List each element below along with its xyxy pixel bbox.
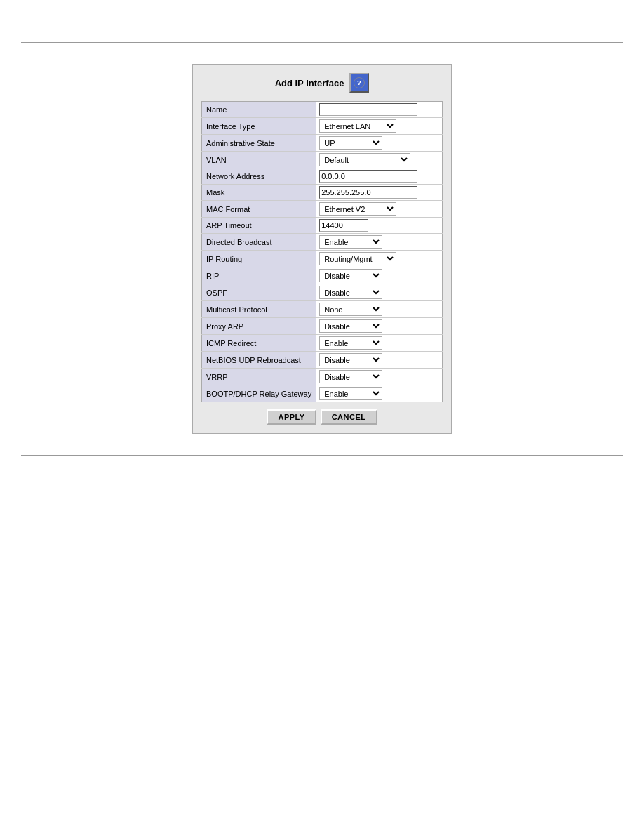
input-mask[interactable] [319, 186, 417, 199]
svg-text:?: ? [357, 79, 361, 86]
label-admin-state: Administrative State [202, 135, 316, 152]
input-network-address[interactable] [319, 170, 417, 183]
field-vlan: VLAN Default VLAN1 VLAN2 [202, 152, 443, 168]
select-ip-routing[interactable]: Routing/Mgmt Routing Mgmt [319, 252, 396, 265]
input-arp-timeout[interactable] [319, 219, 368, 232]
select-netbios-udp-rebroadcast[interactable]: Disable Enable [319, 353, 382, 366]
label-ip-routing: IP Routing [202, 251, 316, 267]
label-bootp-dhcp-relay-gateway: BOOTP/DHCP Relay Gateway [202, 385, 316, 402]
label-vrrp: VRRP [202, 369, 316, 385]
form-table: Name Interface Type Ethernet LAN Etherne… [201, 101, 443, 402]
select-multicast-protocol[interactable]: None IGMP PIM [319, 303, 382, 316]
buttons-row: APPLY CANCEL [201, 409, 443, 425]
cancel-button[interactable]: CANCEL [321, 409, 377, 425]
label-proxy-arp: Proxy ARP [202, 318, 316, 335]
select-bootp-dhcp-relay-gateway[interactable]: Enable Disable [319, 387, 382, 400]
dialog-title-row: Add IP Interface ? [201, 73, 443, 93]
select-rip[interactable]: Disable Enable [319, 269, 382, 282]
bottom-divider [21, 455, 623, 456]
select-admin-state[interactable]: UP DOWN [319, 136, 382, 150]
label-mask: Mask [202, 185, 316, 201]
field-rip: RIP Disable Enable [202, 267, 443, 284]
label-multicast-protocol: Multicast Protocol [202, 301, 316, 318]
field-icmp-redirect: ICMP Redirect Enable Disable [202, 335, 443, 352]
label-ospf: OSPF [202, 284, 316, 301]
label-icmp-redirect: ICMP Redirect [202, 335, 316, 352]
select-ospf[interactable]: Disable Enable [319, 286, 382, 299]
field-proxy-arp: Proxy ARP Disable Enable [202, 318, 443, 335]
field-bootp-dhcp-relay-gateway: BOOTP/DHCP Relay Gateway Enable Disable [202, 385, 443, 402]
help-icon[interactable]: ? [349, 73, 369, 93]
select-mac-format[interactable]: Ethernet V2 802.3 [319, 202, 396, 216]
dialog-title: Add IP Interface [275, 78, 344, 88]
field-arp-timeout: ARP Timeout [202, 218, 443, 234]
field-mask: Mask [202, 185, 443, 201]
select-interface-type[interactable]: Ethernet LAN Ethernet WAN Loopback [319, 119, 396, 133]
label-name: Name [202, 102, 316, 118]
field-network-address: Network Address [202, 168, 443, 185]
field-admin-state: Administrative State UP DOWN [202, 135, 443, 152]
page-content: Add IP Interface ? Name Interface Type [0, 57, 644, 441]
top-divider [21, 42, 623, 43]
field-ip-routing: IP Routing Routing/Mgmt Routing Mgmt [202, 251, 443, 267]
label-netbios-udp-rebroadcast: NetBIOS UDP Rebroadcast [202, 352, 316, 369]
select-vrrp[interactable]: Disable Enable [319, 370, 382, 383]
label-vlan: VLAN [202, 152, 316, 168]
label-directed-broadcast: Directed Broadcast [202, 234, 316, 251]
input-name[interactable] [319, 103, 417, 116]
field-directed-broadcast: Directed Broadcast Enable Disable [202, 234, 443, 251]
label-rip: RIP [202, 267, 316, 284]
label-arp-timeout: ARP Timeout [202, 218, 316, 234]
apply-button[interactable]: APPLY [267, 409, 316, 425]
field-interface-type: Interface Type Ethernet LAN Ethernet WAN… [202, 118, 443, 135]
field-mac-format: MAC Format Ethernet V2 802.3 [202, 201, 443, 218]
select-directed-broadcast[interactable]: Enable Disable [319, 235, 382, 249]
dialog-box: Add IP Interface ? Name Interface Type [192, 64, 452, 434]
field-name: Name [202, 102, 443, 118]
select-icmp-redirect[interactable]: Enable Disable [319, 336, 382, 350]
field-netbios-udp-rebroadcast: NetBIOS UDP Rebroadcast Disable Enable [202, 352, 443, 369]
field-vrrp: VRRP Disable Enable [202, 369, 443, 385]
field-ospf: OSPF Disable Enable [202, 284, 443, 301]
label-network-address: Network Address [202, 168, 316, 185]
select-vlan[interactable]: Default VLAN1 VLAN2 [319, 153, 410, 166]
select-proxy-arp[interactable]: Disable Enable [319, 319, 382, 333]
label-mac-format: MAC Format [202, 201, 316, 218]
label-interface-type: Interface Type [202, 118, 316, 135]
field-multicast-protocol: Multicast Protocol None IGMP PIM [202, 301, 443, 318]
